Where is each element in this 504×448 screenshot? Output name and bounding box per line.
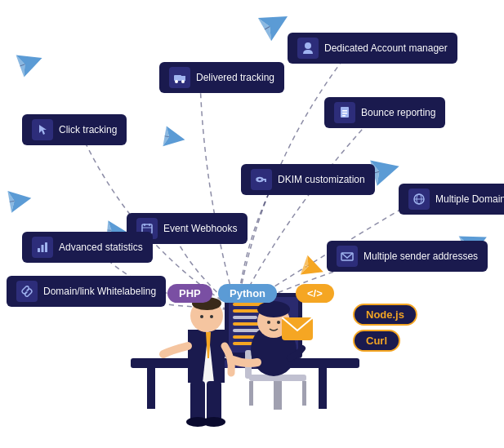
svg-rect-1 [174,75,181,81]
svg-rect-65 [249,381,253,406]
email-envelope-icon [282,317,313,344]
doc-icon [334,102,355,123]
globe-icon [408,189,430,210]
svg-rect-64 [274,381,282,410]
tag-nodejs: Node.js [353,304,417,326]
plane-p3 [163,126,186,149]
svg-point-83 [200,315,203,318]
svg-point-3 [175,80,178,83]
svg-rect-20 [38,248,40,252]
svg-point-71 [267,321,270,324]
svg-point-80 [203,417,225,427]
svg-rect-59 [233,342,253,345]
feature-label-delivered-tracking: Delivered tracking [196,72,274,83]
svg-point-72 [277,321,280,324]
feature-label-multiple-domain: Multiple Domain [435,193,504,205]
svg-point-70 [257,301,290,317]
plane-p2 [18,49,44,75]
cursor-icon [32,119,53,140]
truck-icon [169,67,190,88]
svg-rect-49 [147,368,155,409]
feature-label-bounce-reporting: Bounce reporting [361,107,435,118]
svg-rect-7 [342,113,347,114]
plane-p5 [8,188,33,212]
person-icon [297,38,319,59]
svg-rect-22 [45,242,47,252]
svg-rect-78 [207,381,221,422]
feature-bounce-reporting: Bounce reporting [324,97,445,128]
tag-python: Python [218,284,277,303]
svg-rect-21 [42,245,44,252]
svg-rect-11 [263,179,266,180]
tag-curl: Curl [353,330,400,352]
feature-label-event-webhooks: Event Webhooks [163,223,238,234]
svg-point-4 [181,80,185,83]
feature-label-click-tracking: Click tracking [59,124,117,135]
svg-rect-12 [265,180,266,182]
svg-rect-6 [342,110,347,112]
tag-php: PHP [167,284,212,303]
svg-rect-57 [233,329,261,332]
feature-label-advanced-stats: Advanced statistics [59,242,143,253]
svg-rect-55 [233,316,257,319]
svg-rect-66 [302,381,306,406]
feature-label-multiple-sender: Multiple sender addresses [364,251,478,262]
link-icon [16,281,38,302]
feature-multiple-sender: Multiple sender addresses [327,241,488,272]
feature-label-domain-whitelabel: Domain/link Whitelabeling [43,286,156,297]
chart-icon [32,237,53,258]
svg-point-10 [258,178,262,182]
feature-dkim: DKIM customization [241,164,375,195]
feature-label-dedicated-account: Dedicated Account manager [324,42,448,54]
key-icon [251,169,272,190]
scene: .dash { stroke: #1a1a4e; stroke-width: 1… [0,0,504,448]
plane-p1 [261,8,291,38]
feature-click-tracking: Click tracking [22,114,127,145]
feature-advanced-stats: Advanced statistics [22,232,153,263]
svg-point-0 [305,42,311,49]
feature-delivered-tracking: Delivered tracking [159,62,284,93]
svg-point-84 [210,315,213,318]
svg-rect-77 [190,381,205,422]
mail-icon [337,246,358,267]
tag-xml: </> [296,284,334,303]
feature-dedicated-account: Dedicated Account manager [288,33,457,64]
feature-domain-whitelabel: Domain/link Whitelabeling [7,276,166,307]
svg-rect-8 [342,115,346,117]
feature-label-dkim: DKIM customization [278,174,365,185]
svg-rect-50 [319,368,327,409]
feature-multiple-domain: Multiple Domain [399,184,504,215]
